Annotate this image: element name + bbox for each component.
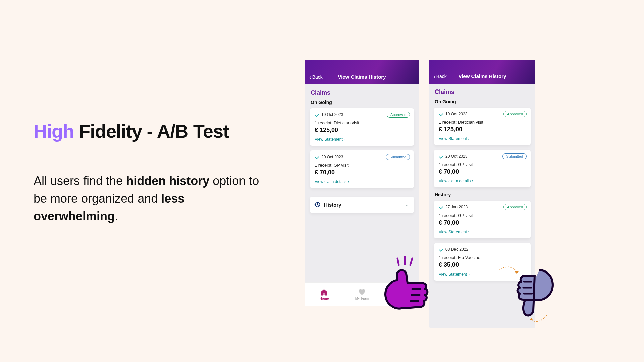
slide-body: All users find the hidden history option… (34, 172, 262, 225)
claim-date: 19 Oct 2023 (445, 112, 467, 116)
thumbs-down-icon (496, 265, 557, 328)
svg-marker-4 (515, 272, 519, 274)
heading-rest: Fidelity - A/B Test (74, 121, 229, 142)
claim-receipt: 1 receipt: GP visit (439, 162, 526, 167)
claim-receipt: 1 receipt: Dietician visit (439, 120, 526, 125)
claim-amount: € 125,00 (315, 127, 409, 134)
status-badge: Submitted (502, 153, 527, 159)
heart-icon (358, 289, 366, 296)
heading-high: High (34, 121, 74, 142)
check-icon (315, 112, 319, 117)
claim-view-link[interactable]: View claim details › (439, 179, 526, 183)
claim-view-link[interactable]: View Statement › (315, 137, 409, 142)
chevron-right-icon: › (468, 136, 470, 141)
back-label: Back (436, 74, 447, 79)
claim-receipt: 1 receipt: Flu Vaccine (439, 255, 526, 260)
check-icon (439, 205, 443, 209)
claim-date: 08 Dec 2022 (445, 247, 468, 252)
back-button[interactable]: ‹ Back (309, 74, 323, 80)
home-icon (320, 289, 328, 296)
history-header: History (435, 192, 530, 197)
claim-view-link[interactable]: View claim details › (315, 179, 409, 184)
slide-heading: High Fidelity - A/B Test (34, 121, 262, 142)
svg-marker-5 (529, 318, 533, 320)
claim-view-label: View Statement (315, 137, 343, 142)
tab-home[interactable]: Home (311, 289, 337, 300)
status-badge: Approved (503, 204, 527, 210)
claim-view-label: View Statement (439, 136, 467, 141)
claims-title: Claims (435, 88, 530, 96)
history-label: History (324, 202, 341, 208)
back-label: Back (312, 74, 323, 80)
claim-view-link[interactable]: View Statement › (439, 230, 526, 234)
tab-my-team[interactable]: My Team (348, 289, 375, 300)
claim-view-link[interactable]: View Statement › (439, 136, 526, 141)
claim-view-label: View claim details (439, 179, 471, 183)
claim-date: 27 Jan 2023 (445, 205, 468, 209)
chevron-down-icon: ⌄ (405, 202, 409, 207)
claim-amount: € 70,00 (439, 219, 526, 226)
history-accordion[interactable]: History ⌄ (310, 197, 414, 213)
claim-view-label: View claim details (315, 179, 346, 184)
check-icon (315, 155, 319, 159)
chevron-right-icon: › (468, 272, 470, 277)
claim-card[interactable]: 20 Oct 2023 Submitted 1 receipt: GP visi… (310, 150, 414, 188)
claim-card[interactable]: 19 Oct 2023 Approved 1 receipt: Dieticia… (310, 108, 414, 146)
check-icon (439, 247, 443, 252)
chevron-left-icon: ‹ (433, 73, 436, 80)
ongoing-header: On Going (435, 99, 530, 104)
check-icon (439, 112, 443, 116)
claim-date-row: 08 Dec 2022 (439, 247, 526, 252)
claim-amount: € 125,00 (439, 126, 526, 133)
check-icon (439, 154, 443, 159)
history-icon (314, 201, 321, 208)
claim-receipt: 1 receipt: Dietician visit (315, 120, 409, 125)
topbar: ‹ Back View Claims History (305, 60, 419, 84)
status-badge: Approved (387, 112, 410, 118)
back-button[interactable]: ‹ Back (433, 73, 447, 80)
claim-amount: € 70,00 (439, 168, 526, 175)
claim-view-label: View Statement (439, 272, 467, 277)
status-badge: Submitted (386, 154, 410, 160)
tab-my-team-label: My Team (355, 297, 369, 300)
ongoing-header: On Going (311, 100, 413, 105)
claim-amount: € 70,00 (315, 169, 409, 176)
claim-receipt: 1 receipt: GP visit (315, 163, 409, 168)
chevron-right-icon: › (472, 179, 473, 183)
claims-title: Claims (311, 89, 413, 96)
claim-card[interactable]: 27 Jan 2023 Approved 1 receipt: GP visit… (434, 201, 531, 238)
svg-line-1 (397, 258, 399, 265)
topbar: ‹ Back View Claims History (429, 60, 535, 84)
chevron-right-icon: › (468, 230, 470, 234)
claim-card[interactable]: 20 Oct 2023 Submitted 1 receipt: GP visi… (434, 150, 531, 187)
claim-date: 19 Oct 2023 (321, 112, 343, 117)
claim-date: 20 Oct 2023 (445, 154, 467, 159)
claim-card[interactable]: 19 Oct 2023 Approved 1 receipt: Dieticia… (434, 108, 531, 145)
chevron-right-icon: › (348, 179, 349, 184)
thumbs-up-icon (381, 256, 434, 323)
chevron-left-icon: ‹ (309, 74, 312, 80)
svg-line-3 (410, 258, 412, 265)
claim-date: 20 Oct 2023 (321, 155, 343, 159)
claim-view-label: View Statement (439, 230, 467, 234)
claim-receipt: 1 receipt: GP visit (439, 213, 526, 218)
chevron-right-icon: › (344, 137, 345, 142)
status-badge: Approved (503, 111, 527, 117)
tab-home-label: Home (319, 297, 329, 300)
